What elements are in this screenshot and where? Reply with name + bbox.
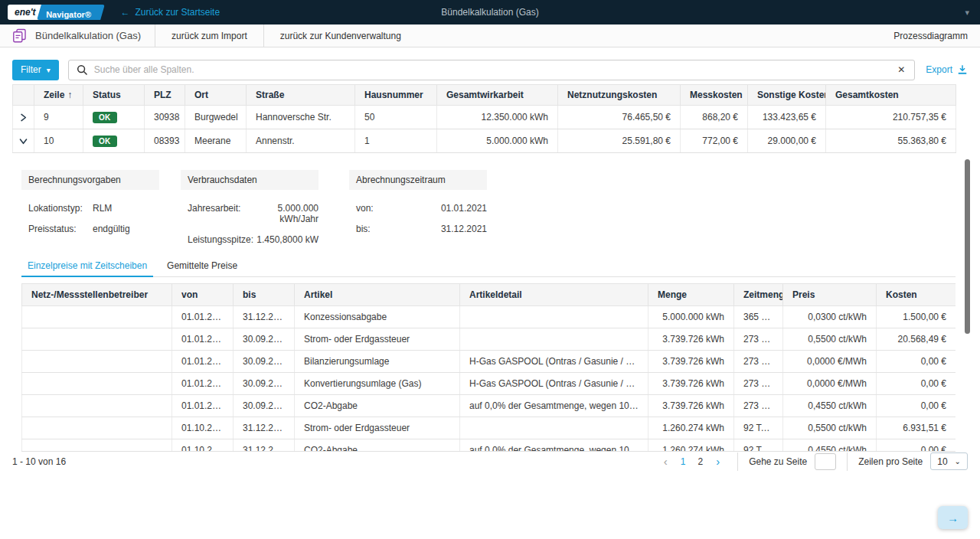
detail-row: von: 01.01.2021	[349, 203, 487, 214]
cell-status: OK	[83, 106, 145, 129]
col-artikel[interactable]: Artikel	[295, 284, 460, 306]
divider	[847, 452, 848, 471]
col-zeile[interactable]: Zeile↑	[34, 85, 83, 106]
page-button-2[interactable]: 2	[691, 456, 709, 467]
cell-von: 01.01.2021	[172, 328, 234, 351]
detail-row: Leistungsspitze: 1.450,8000 kW	[181, 234, 318, 245]
cell-menge: 1.260.274 kWh	[648, 417, 734, 439]
cell-sonstige-kosten: 29.000,00 €	[748, 129, 826, 153]
toolbar: Filter ▾ ✕ Export	[12, 59, 968, 80]
nav-back-to-import[interactable]: zurück zum Import	[155, 24, 263, 47]
cell-netznutzungskosten: 76.465,50 €	[558, 106, 681, 129]
col-zeitmenge[interactable]: Zeitmenge	[734, 284, 783, 306]
price-table-header-row: Netz-/Messstellenbetreiber von bis Artik…	[22, 284, 956, 306]
detail-value: 1.450,8000 kW	[256, 234, 318, 245]
nav-back-to-customer-management[interactable]: zurück zur Kundenverwaltung	[263, 24, 417, 47]
enet-navigator-logo[interactable]: ene't Navigator®	[8, 5, 102, 20]
col-kosten[interactable]: Kosten	[877, 284, 956, 306]
previous-page-button[interactable]: ‹	[657, 455, 675, 468]
cell-artikel: Bilanzierungsumlage	[295, 351, 460, 373]
goto-page-input[interactable]	[815, 453, 836, 470]
detail-row: Lokationstyp: RLM	[21, 203, 159, 214]
price-row: 01.10.2021 31.12.2021 Strom- oder Erdgas…	[22, 417, 956, 439]
cell-artikeldetail: auf 0,0% der Gesamtmenge, wegen 100,0% B…	[460, 395, 648, 417]
cell-bis: 30.09.2021	[234, 328, 295, 351]
detail-label: von:	[356, 203, 420, 214]
table-row[interactable]: 9 OK 30938 Burgwedel Hannoversche Str. 5…	[13, 106, 956, 129]
col-gesamtwirkarbeit[interactable]: Gesamtwirkarbeit	[437, 85, 558, 106]
next-step-button[interactable]: →	[938, 506, 968, 529]
goto-page-label: Gehe zu Seite	[749, 456, 807, 467]
col-strasse[interactable]: Straße	[247, 85, 355, 106]
cell-kosten: 20.568,49 €	[877, 328, 956, 351]
back-to-start-link[interactable]: ← Zurück zur Startseite	[120, 7, 220, 18]
cell-preis: 0,4550 ct/kWh	[783, 395, 877, 417]
col-hausnummer[interactable]: Hausnummer	[355, 85, 437, 106]
detail-row: bis: 31.12.2021	[349, 224, 487, 234]
cell-netznutzungskosten: 25.591,80 €	[558, 129, 681, 153]
cell-status: OK	[83, 129, 145, 153]
price-table-scroll-area[interactable]: Netz-/Messstellenbetreiber von bis Artik…	[21, 283, 956, 452]
cell-kosten: 0,00 €	[877, 439, 956, 452]
collapse-row-button[interactable]	[13, 129, 34, 153]
search-input[interactable]	[94, 64, 890, 75]
col-preis[interactable]: Preis	[783, 284, 877, 306]
detail-tabs: Einzelpreise mit Zeitscheiben Gemittelte…	[21, 259, 956, 277]
detail-row: Preisstatus: endgültig	[21, 224, 159, 234]
filter-button[interactable]: Filter ▾	[12, 60, 59, 80]
cell-preis: 0,0300 ct/kWh	[783, 306, 877, 328]
detail-label: Leistungsspitze:	[188, 234, 252, 245]
col-bis[interactable]: bis	[234, 284, 295, 306]
panel-title: Berechnungsvorgaben	[21, 170, 159, 190]
topbar-chevron-down-icon[interactable]: ▾	[965, 8, 969, 18]
vertical-scrollbar[interactable]	[965, 152, 970, 452]
col-plz[interactable]: PLZ	[145, 85, 185, 106]
clear-search-icon[interactable]: ✕	[896, 64, 906, 75]
cell-artikel: Strom- oder Erdgassteuer	[295, 417, 460, 439]
rows-per-page-select[interactable]: 10 ⌄	[930, 452, 968, 470]
col-menge[interactable]: Menge	[648, 284, 734, 306]
divider	[737, 452, 738, 471]
bundle-table: Zeile↑ Status PLZ Ort Straße Hausnummer …	[12, 84, 956, 153]
cell-hausnummer: 50	[355, 106, 437, 129]
expand-row-button[interactable]	[13, 106, 34, 129]
col-artikeldetail[interactable]: Artikeldetail	[460, 284, 648, 306]
cell-menge: 3.739.726 kWh	[648, 351, 734, 373]
cell-artikeldetail: auf 0,0% der Gesamtmenge, wegen 100,0% B…	[460, 439, 648, 452]
col-gesamtkosten[interactable]: Gesamtkosten	[826, 85, 956, 106]
logo-brand: ene't	[8, 5, 41, 20]
col-sonstige-kosten[interactable]: Sonstige Kosten	[748, 85, 826, 106]
topbar: ene't Navigator® ← Zurück zur Startseite…	[0, 0, 980, 24]
scrollbar-thumb[interactable]	[965, 159, 970, 334]
col-betreiber[interactable]: Netz-/Messstellenbetreiber	[22, 284, 172, 306]
cell-gesamtwirkarbeit: 5.000.000 kWh	[437, 129, 558, 153]
cell-menge: 5.000.000 kWh	[648, 306, 734, 328]
process-diagram-link[interactable]: Prozessdiagramm	[881, 24, 980, 47]
col-messkosten[interactable]: Messkosten	[681, 85, 748, 106]
cell-artikel: Strom- oder Erdgassteuer	[295, 328, 460, 351]
cell-preis: 0,0000 €/MWh	[783, 373, 877, 395]
col-ort[interactable]: Ort	[185, 85, 247, 106]
cell-preis: 0,5500 ct/kWh	[783, 328, 877, 351]
cell-strasse: Hannoversche Str.	[247, 106, 355, 129]
detail-value: endgültig	[93, 224, 130, 234]
table-row-expanded[interactable]: 10 OK 08393 Meerane Annenstr. 1 5.000.00…	[13, 129, 956, 153]
cell-artikel: Konvertierungsumlage (Gas)	[295, 373, 460, 395]
export-link[interactable]: Export	[926, 64, 968, 75]
cell-betreiber	[22, 351, 172, 373]
page-button-1[interactable]: 1	[675, 456, 692, 467]
tab-einzelpreise-mit-zeitscheiben[interactable]: Einzelpreise mit Zeitscheiben	[21, 259, 153, 277]
tab-gemittelte-preise[interactable]: Gemittelte Preise	[161, 259, 243, 276]
cell-zeitmenge: 273 Tage	[734, 373, 783, 395]
col-von[interactable]: von	[172, 284, 234, 306]
price-row: 01.10.2021 31.12.2021 CO2-Abgabe auf 0,0…	[22, 439, 956, 452]
cell-artikel: CO2-Abgabe	[295, 439, 460, 452]
module-title-label: Bündelkalkulation (Gas)	[35, 30, 141, 41]
col-netznutzungskosten[interactable]: Netznutzungskosten	[558, 85, 681, 106]
next-page-button[interactable]: ›	[709, 455, 727, 468]
col-status[interactable]: Status	[83, 85, 145, 106]
appbar: Bündelkalkulation (Gas) zurück zum Impor…	[0, 24, 980, 47]
cell-zeitmenge: 273 Tage	[734, 328, 783, 351]
sort-asc-icon: ↑	[67, 90, 72, 100]
cell-zeile: 10	[34, 129, 83, 153]
